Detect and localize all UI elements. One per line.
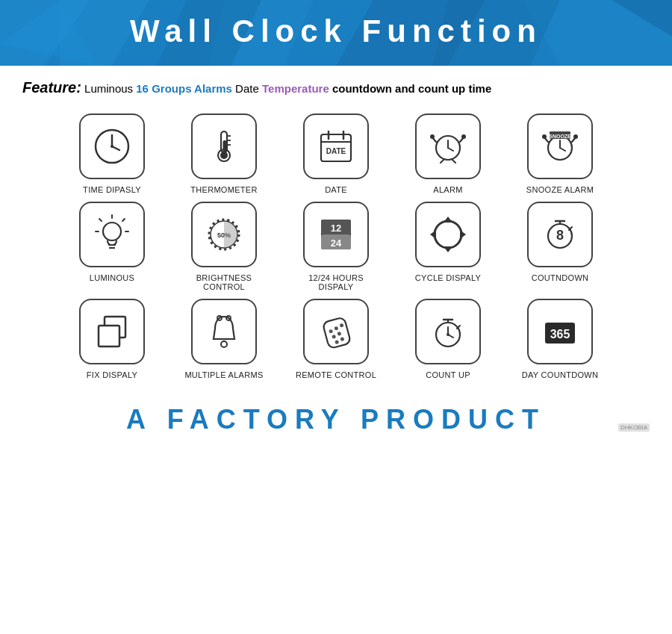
- date-icon: DATE: [315, 125, 357, 167]
- icon-item-snooze-alarm: SNOOZE SNOOZE ALARM: [515, 114, 605, 194]
- svg-rect-70: [99, 326, 119, 346]
- hours1224-icon: 12 24: [315, 214, 357, 255]
- bell-icon: [203, 311, 245, 352]
- icon-item-time-display: TIME DIPASLY: [67, 114, 157, 194]
- icon-item-multiple-alarms: MULTIPLE ALARMS: [179, 299, 269, 379]
- icon-box-day-countdown: 365: [527, 299, 593, 364]
- svg-point-81: [335, 340, 339, 344]
- icons-section: TIME DIPASLY THERMOMETER: [0, 106, 672, 391]
- svg-marker-61: [460, 230, 466, 239]
- icon-label-remote-control: REMOTE CONTROL: [296, 370, 376, 379]
- icon-box-luminous: [79, 202, 145, 267]
- icon-item-remote-control: REMOTE CONTROL: [291, 299, 381, 379]
- svg-line-37: [560, 148, 565, 151]
- svg-line-50: [99, 219, 102, 221]
- cycle-icon: [427, 214, 469, 255]
- icon-box-fix-display: [79, 299, 145, 364]
- watermark: DHKOBIA: [618, 423, 650, 432]
- icon-item-luminous: LUMINOUS: [67, 202, 157, 291]
- bulb-icon: [91, 214, 133, 255]
- icon-item-fix-display: FIX DISPALY: [67, 299, 157, 379]
- svg-point-17: [220, 152, 228, 159]
- feature-luminous: Luminous: [81, 82, 136, 95]
- svg-marker-60: [444, 217, 452, 223]
- svg-text:12: 12: [331, 223, 341, 234]
- svg-point-13: [111, 145, 113, 148]
- svg-text:DATE: DATE: [326, 147, 346, 155]
- feature-temperature: Temperature: [262, 82, 329, 95]
- icon-box-count-up: [415, 299, 481, 364]
- icons-row-2: LUMINOUS 50% BRIGHTNESS CONTROL: [15, 202, 657, 291]
- svg-point-89: [447, 333, 449, 336]
- icon-label-alarm: ALARM: [433, 185, 462, 194]
- icon-item-countdown: 8 COUTNDOWN: [515, 202, 605, 291]
- icon-box-snooze-alarm: SNOOZE: [527, 114, 593, 179]
- svg-text:365: 365: [550, 328, 570, 341]
- page-title: Wall Clock Function: [0, 13, 672, 49]
- icon-item-cycle-display: CYCLE DISPALY: [403, 202, 493, 291]
- icon-box-multiple-alarms: [191, 299, 257, 364]
- icon-item-hours1224: 12 24 12/24 HOURS DISPALY: [291, 202, 381, 291]
- icon-item-count-up: COUNT UP: [403, 299, 493, 379]
- icon-label-thermometer: THERMOMETER: [190, 185, 257, 194]
- header: Wall Clock Function: [0, 0, 672, 66]
- feature-rest: countdown and count up time: [329, 82, 491, 95]
- svg-point-79: [332, 335, 336, 339]
- icon-label-cycle-display: CYCLE DISPALY: [415, 273, 481, 282]
- svg-marker-62: [444, 246, 452, 252]
- footer-title: A FACTORY PRODUCT: [0, 404, 672, 435]
- feature-groups: 16 Groups Alarms: [136, 82, 232, 95]
- svg-point-40: [542, 134, 547, 139]
- countup-icon: [427, 311, 469, 352]
- icon-label-fix-display: FIX DISPALY: [87, 370, 137, 379]
- svg-marker-63: [430, 230, 436, 239]
- icon-label-day-countdown: DAY COUNTDOWN: [522, 370, 599, 379]
- icon-item-alarm: ALARM: [403, 114, 493, 194]
- icon-box-thermometer: [191, 114, 257, 179]
- svg-text:24: 24: [331, 237, 342, 249]
- icon-box-countdown: 8: [527, 202, 593, 267]
- icon-label-snooze-alarm: SNOOZE ALARM: [526, 185, 594, 194]
- icon-box-remote-control: [303, 299, 369, 364]
- fixdisplay-icon: [91, 311, 133, 352]
- svg-point-78: [340, 323, 344, 328]
- icon-box-hours1224: 12 24: [303, 202, 369, 267]
- svg-point-33: [430, 134, 435, 139]
- icon-label-time-display: TIME DIPASLY: [83, 185, 141, 194]
- icon-box-date: DATE: [303, 114, 369, 179]
- svg-point-72: [221, 341, 227, 347]
- svg-line-48: [122, 219, 125, 221]
- icon-label-multiple-alarms: MULTIPLE ALARMS: [184, 370, 263, 379]
- svg-point-41: [573, 134, 578, 139]
- svg-point-77: [334, 326, 338, 331]
- svg-point-34: [461, 134, 466, 139]
- icon-box-cycle-display: [415, 202, 481, 267]
- alarm-icon: [427, 125, 469, 167]
- remote-icon: [315, 311, 357, 352]
- icon-label-count-up: COUNT UP: [426, 370, 470, 379]
- icon-item-brightness: 50% BRIGHTNESS CONTROL: [179, 202, 269, 291]
- svg-line-31: [441, 160, 444, 163]
- icon-label-date: DATE: [325, 185, 347, 194]
- svg-rect-75: [323, 317, 351, 349]
- svg-point-80: [337, 332, 341, 336]
- svg-point-82: [340, 337, 344, 341]
- brightness-icon: 50%: [203, 214, 245, 255]
- icons-row-3: FIX DISPALY MULTIPLE ALARMS: [15, 299, 657, 379]
- icon-label-hours1224: 12/24 HOURS DISPALY: [291, 273, 381, 291]
- daycountdown-icon: 365: [539, 311, 581, 352]
- svg-line-32: [452, 160, 455, 163]
- footer: A FACTORY PRODUCT DHKOBIA: [0, 391, 672, 443]
- icon-box-time-display: [79, 114, 145, 179]
- icon-box-brightness: 50%: [191, 202, 257, 267]
- snooze-icon: SNOOZE: [539, 125, 581, 167]
- icon-label-countdown: COUTNDOWN: [532, 273, 589, 282]
- icon-box-alarm: [415, 114, 481, 179]
- icon-item-thermometer: THERMOMETER: [179, 114, 269, 194]
- svg-text:8: 8: [556, 228, 564, 243]
- clock-icon: [91, 125, 133, 167]
- thermometer-icon: [203, 125, 245, 167]
- icon-item-day-countdown: 365 DAY COUNTDOWN: [515, 299, 605, 379]
- svg-point-44: [103, 223, 121, 240]
- feature-line: Feature: Luminous 16 Groups Alarms Date …: [0, 66, 672, 106]
